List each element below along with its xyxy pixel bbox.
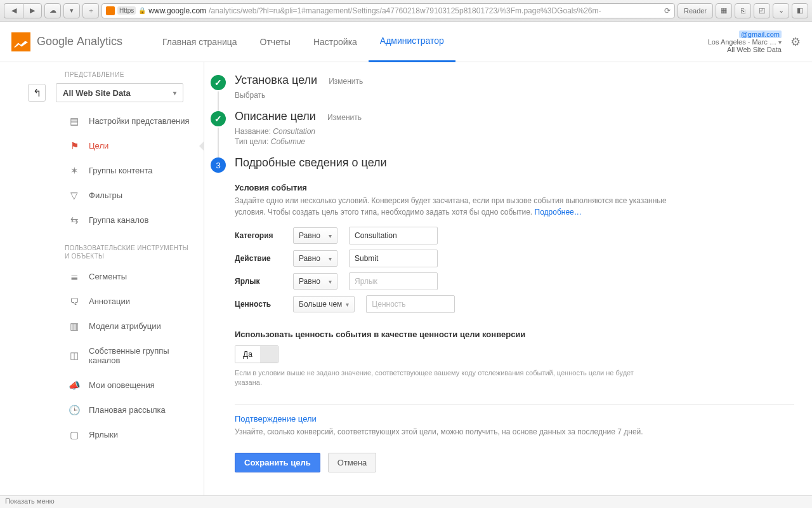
url-bar[interactable]: Https 🔒 www.google.com/analytics/web/?hl… — [102, 3, 675, 18]
cond-label-action: Действие — [235, 254, 282, 263]
view-dropdown-label: All Web Site Data — [63, 88, 131, 98]
step-1-edit-link[interactable]: Изменить — [329, 77, 363, 86]
clock-icon: 🕒 — [69, 404, 80, 416]
account-property: Los Angeles - Marc … — [708, 38, 776, 46]
learn-more-link[interactable]: Подробнее… — [535, 208, 582, 217]
account-area[interactable]: @gmail.com Los Angeles - Marc … ▾ All We… — [708, 30, 801, 53]
gear-icon[interactable]: ⚙ — [790, 35, 801, 49]
save-button[interactable]: Сохранить цель — [235, 453, 320, 472]
step-2-edit-link[interactable]: Изменить — [327, 113, 362, 122]
status-bar: Показать меню — [0, 495, 812, 508]
dropdown-icon[interactable]: ▾ — [63, 3, 80, 18]
logo-text: Google Analytics — [37, 35, 122, 48]
toolbar-icon-2[interactable]: ⎘ — [735, 3, 751, 18]
step-1-title: Установка цели — [235, 74, 317, 87]
toolbar-icon-5[interactable]: ◧ — [792, 3, 808, 18]
conditions-table: Категория Равно▾ Действие Равно▾ Ярлык Р… — [235, 227, 794, 313]
toolbar-icon-3[interactable]: ◰ — [754, 3, 770, 18]
account-email: @gmail.com — [739, 30, 782, 38]
step-1-subtitle: Выбрать — [235, 91, 794, 100]
channels-icon: ⇆ — [69, 215, 80, 226]
app-logo[interactable]: Google Analytics — [11, 32, 151, 51]
verify-section: Подтверждение цели Узнайте, сколько конв… — [235, 404, 794, 436]
sidebar-item-label: Собственные группы каналов — [89, 346, 192, 365]
step-1: Установка цели Изменить Выбрать — [211, 74, 794, 100]
logo-mark-icon — [11, 32, 30, 51]
sidebar-item-own-channel-groups[interactable]: ◫ Собственные группы каналов — [0, 338, 204, 373]
cond-op-label[interactable]: Равно▾ — [293, 273, 337, 290]
toggle-yes[interactable]: Да — [235, 346, 260, 363]
sidebar-item-channel-group[interactable]: ⇆ Группа каналов — [0, 208, 204, 232]
sidebar-item-annotations[interactable]: 🗨 Аннотации — [0, 289, 204, 314]
sidebar: ПРЕДСТАВЛЕНИЕ ↰ All Web Site Data ▾ ▤ На… — [0, 62, 204, 495]
cond-label-value: Ценность — [235, 300, 282, 309]
toolbar-icon-1[interactable]: ▦ — [716, 3, 732, 18]
cond-op-category[interactable]: Равно▾ — [293, 227, 337, 244]
conditions-description: Задайте одно или несколько условий. Конв… — [235, 195, 679, 218]
sidebar-item-label: Группа каналов — [89, 215, 148, 225]
favicon-icon — [106, 6, 115, 15]
view-dropdown[interactable]: All Web Site Data ▾ — [56, 83, 183, 102]
nav-admin[interactable]: Администратор — [369, 22, 455, 62]
sidebar-item-label: Фильтры — [89, 190, 122, 200]
chart-icon: ▥ — [69, 321, 80, 332]
segments-icon: ≣ — [69, 271, 80, 283]
sidebar-item-alerts[interactable]: 📣 Мои оповещения — [0, 373, 204, 398]
sidebar-item-content-groups[interactable]: ✶ Группы контента — [0, 158, 204, 183]
use-value-toggle[interactable]: Да — [235, 345, 278, 363]
cloud-icon[interactable]: ☁ — [44, 3, 61, 18]
sidebar-group-label: ПОЛЬЗОВАТЕЛЬСКИЕ ИНСТРУМЕНТЫ И ОБЪЕКТЫ — [0, 232, 204, 264]
sidebar-item-scheduled-email[interactable]: 🕒 Плановая рассылка — [0, 398, 204, 422]
browser-chrome: ◀ ▶ ☁ ▾ ＋ Https 🔒 www.google.com/analyti… — [0, 0, 812, 22]
chevron-down-icon: ▾ — [173, 90, 176, 97]
sidebar-item-label: Ярлыки — [89, 430, 118, 439]
cond-input-action[interactable] — [349, 250, 438, 267]
sidebar-item-filters[interactable]: ▽ Фильтры — [0, 183, 204, 208]
verify-goal-link[interactable]: Подтверждение цели — [235, 414, 794, 424]
cond-op-value[interactable]: Больше чем▾ — [293, 296, 355, 312]
reload-icon[interactable]: ⟳ — [664, 6, 671, 15]
cond-op-action[interactable]: Равно▾ — [293, 250, 337, 267]
cond-row-value: Ценность Больше чем▾ — [235, 295, 794, 313]
toolbar-icon-4[interactable]: ⌄ — [773, 3, 789, 18]
step-2: Описание цели Изменить Название: Consult… — [211, 110, 794, 146]
main-nav: Главная страница Отчеты Настройка Админи… — [151, 22, 455, 62]
cancel-button[interactable]: Отмена — [328, 453, 377, 472]
sidebar-item-label: Плановая рассылка — [89, 405, 166, 415]
toggle-no[interactable] — [260, 346, 278, 363]
sidebar-item-label: Цели — [89, 141, 108, 150]
step-done-icon — [211, 75, 226, 90]
add-tab-button[interactable]: ＋ — [82, 3, 99, 18]
nav-back-button[interactable]: ◀ — [4, 3, 23, 18]
nav-forward-button[interactable]: ▶ — [23, 3, 42, 18]
sidebar-item-shortcuts[interactable]: ▢ Ярлыки — [0, 422, 204, 447]
megaphone-icon: 📣 — [69, 380, 80, 391]
account-view: All Web Site Data — [727, 46, 782, 53]
nav-settings[interactable]: Настройка — [302, 22, 369, 62]
cond-input-category[interactable] — [349, 227, 438, 244]
reader-button[interactable]: Reader — [678, 3, 713, 18]
cond-input-value[interactable] — [366, 295, 455, 313]
step-2-type: Тип цели: Событие — [235, 137, 794, 146]
cond-row-category: Категория Равно▾ — [235, 227, 794, 244]
sidebar-item-goals[interactable]: ⚑ Цели — [0, 133, 204, 158]
step-3: 3 Подробные сведения о цели — [211, 156, 794, 173]
document-icon: ▤ — [69, 116, 80, 127]
cond-row-label: Ярлык Равно▾ — [235, 272, 794, 290]
sidebar-section-label: ПРЕДСТАВЛЕНИЕ — [0, 67, 204, 81]
sidebar-item-label: Аннотации — [89, 297, 130, 306]
person-icon: ✶ — [69, 165, 80, 177]
step-2-title: Описание цели — [235, 110, 316, 123]
url-path: /analytics/web/?hl=ru&pli=1#management/S… — [209, 6, 601, 15]
goal-details: Условия события Задайте одно или несколь… — [211, 183, 794, 472]
use-value-heading: Использовать ценность события в качестве… — [235, 330, 794, 339]
sidebar-back-button[interactable]: ↰ — [28, 84, 46, 102]
sidebar-item-attribution[interactable]: ▥ Модели атрибуции — [0, 314, 204, 338]
cond-input-label[interactable] — [349, 272, 438, 290]
nav-reports[interactable]: Отчеты — [249, 22, 302, 62]
sidebar-item-view-settings[interactable]: ▤ Настройки представления — [0, 109, 204, 133]
sidebar-item-segments[interactable]: ≣ Сегменты — [0, 264, 204, 289]
sidebar-item-label: Группы контента — [89, 166, 152, 175]
cond-row-action: Действие Равно▾ — [235, 250, 794, 267]
nav-home[interactable]: Главная страница — [151, 22, 249, 62]
